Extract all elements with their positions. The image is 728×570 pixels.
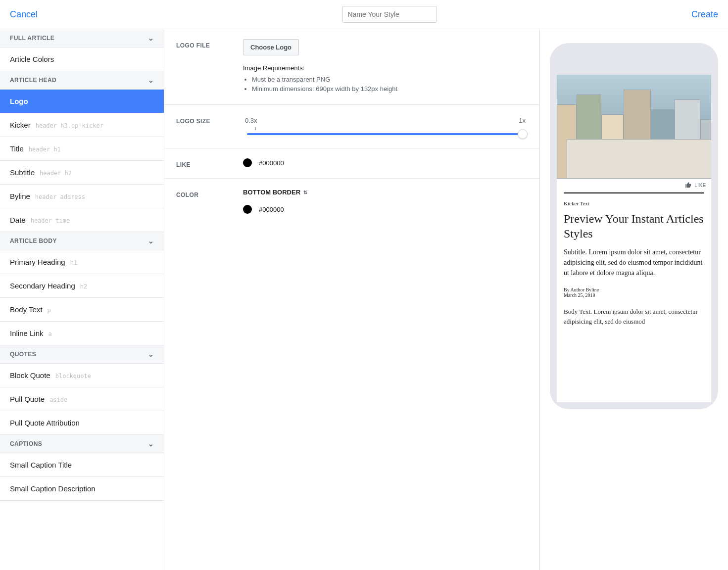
sidebar-item[interactable]: Pull Quote Attribution: [0, 411, 164, 435]
sidebar-item[interactable]: Body Textp: [0, 298, 164, 322]
border-color-hex: #000000: [259, 206, 284, 213]
sidebar-item[interactable]: Pull Quoteaside: [0, 387, 164, 411]
sidebar-item[interactable]: Small Caption Description: [0, 477, 164, 501]
section-title: ARTICLE BODY: [10, 238, 57, 244]
bottom-border-preview: [564, 192, 704, 193]
cancel-button[interactable]: Cancel: [10, 9, 38, 20]
phone-screen: LIKE Kicker Text Preview Your Instant Ar…: [557, 75, 711, 402]
requirement-item: Minimum dimensions: 690px width by 132px…: [252, 85, 528, 93]
border-color-swatch[interactable]: [243, 205, 252, 214]
phone-frame: LIKE Kicker Text Preview Your Instant Ar…: [550, 43, 718, 409]
logo-file-row: LOGO FILE Choose Logo Image Requirements…: [164, 29, 539, 105]
sidebar-item-label: Byline: [10, 192, 30, 200]
chevron-down-icon: ⌄: [148, 76, 154, 84]
slider-max-label: 1x: [519, 117, 526, 124]
logo-size-row: LOGO SIZE 0.3x 1x: [164, 105, 539, 148]
chevron-down-icon: ⌄: [148, 237, 154, 245]
hero-image: [557, 75, 711, 179]
sidebar-item-selector: h2: [80, 283, 87, 290]
style-name-input[interactable]: [342, 6, 437, 23]
create-button[interactable]: Create: [691, 9, 718, 20]
logo-size-slider[interactable]: 0.3x 1x: [243, 117, 528, 135]
sidebar-item-label: Inline Link: [10, 329, 44, 337]
section-header[interactable]: CAPTIONS⌄: [0, 435, 164, 453]
sidebar-item[interactable]: Small Caption Title: [0, 453, 164, 477]
sidebar: FULL ARTICLE⌄Article ColorsARTICLE HEAD⌄…: [0, 29, 164, 570]
sidebar-item-label: Article Colors: [10, 55, 54, 63]
sidebar-item-label: Pull Quote Attribution: [10, 419, 80, 427]
sidebar-item[interactable]: Dateheader time: [0, 208, 164, 232]
requirement-item: Must be a transparent PNG: [252, 76, 528, 83]
image-requirements-list: Must be a transparent PNG Minimum dimens…: [243, 76, 528, 93]
sidebar-item[interactable]: Inline Linka: [0, 322, 164, 345]
sidebar-item[interactable]: Block Quoteblockquote: [0, 364, 164, 387]
like-color-swatch[interactable]: [243, 158, 252, 167]
section-header[interactable]: ARTICLE BODY⌄: [0, 232, 164, 250]
color-row: COLOR BOTTOM BORDER ⇅ #000000: [164, 179, 539, 224]
sidebar-item-selector: header h1: [29, 146, 61, 153]
sidebar-item[interactable]: Primary Headingh1: [0, 250, 164, 274]
sidebar-item[interactable]: Secondary Headingh2: [0, 274, 164, 298]
like-color-hex: #000000: [259, 159, 284, 167]
editor-panel: LOGO FILE Choose Logo Image Requirements…: [164, 29, 540, 570]
sidebar-item-selector: blockquote: [55, 373, 91, 380]
like-label: LIKE: [694, 183, 706, 188]
section-header[interactable]: QUOTES⌄: [0, 345, 164, 364]
sidebar-item-label: Body Text: [10, 305, 43, 314]
sidebar-item-label: Logo: [10, 97, 28, 105]
section-header[interactable]: FULL ARTICLE⌄: [0, 29, 164, 48]
preview-subtitle: Subtitle. Lorem ipsum dolor sit amet, co…: [564, 247, 704, 278]
sidebar-item-label: Block Quote: [10, 371, 50, 380]
sidebar-item-selector: header h3.op-kicker: [36, 122, 103, 129]
preview-pane: LIKE Kicker Text Preview Your Instant Ar…: [540, 29, 728, 570]
sidebar-item-selector: aside: [49, 396, 67, 403]
sidebar-item-selector: header h2: [40, 170, 72, 177]
sidebar-item-label: Secondary Heading: [10, 282, 75, 290]
color-label: COLOR: [176, 189, 243, 214]
image-requirements-title: Image Requirements:: [243, 64, 528, 72]
sidebar-item-selector: a: [49, 331, 52, 337]
like-label: LIKE: [176, 158, 243, 168]
top-bar: Cancel Create: [0, 0, 728, 29]
sidebar-item[interactable]: Titleheader h1: [0, 137, 164, 161]
preview-body: Body Text. Lorem ipsum dolor sit amet, c…: [564, 307, 704, 326]
section-header[interactable]: ARTICLE HEAD⌄: [0, 71, 164, 90]
section-title: FULL ARTICLE: [10, 35, 54, 42]
logo-size-label: LOGO SIZE: [176, 115, 243, 138]
like-color-row: LIKE #000000: [164, 148, 539, 179]
color-target-select[interactable]: BOTTOM BORDER ⇅: [243, 189, 307, 196]
choose-logo-button[interactable]: Choose Logo: [243, 39, 299, 55]
sidebar-item-label: Small Caption Description: [10, 484, 96, 493]
chevron-down-icon: ⌄: [148, 350, 154, 358]
sidebar-item[interactable]: Bylineheader address: [0, 185, 164, 208]
preview-kicker: Kicker Text: [564, 200, 704, 206]
sidebar-item-selector: header address: [35, 193, 85, 200]
sidebar-item-selector: p: [48, 307, 51, 314]
chevron-down-icon: ⌄: [148, 440, 154, 448]
preview-title: Preview Your Instant Articles Styles: [564, 211, 704, 241]
sidebar-item-label: Primary Heading: [10, 258, 65, 266]
slider-min-label: 0.3x: [245, 117, 257, 124]
section-title: CAPTIONS: [10, 440, 42, 447]
sidebar-item-selector: h1: [70, 259, 77, 266]
logo-file-label: LOGO FILE: [176, 39, 243, 95]
section-title: QUOTES: [10, 351, 36, 358]
sort-icon: ⇅: [303, 190, 307, 195]
sidebar-item-label: Pull Quote: [10, 395, 45, 403]
thumbs-up-icon: [684, 182, 692, 189]
sidebar-item[interactable]: Logo: [0, 90, 164, 113]
sidebar-item-label: Small Caption Title: [10, 461, 72, 469]
slider-knob[interactable]: [518, 129, 528, 139]
sidebar-item-label: Kicker: [10, 121, 31, 129]
sidebar-item[interactable]: Subtitleheader h2: [0, 161, 164, 185]
preview-date: March 25, 2018: [564, 292, 704, 298]
color-target-value: BOTTOM BORDER: [243, 189, 300, 196]
sidebar-item-label: Date: [10, 216, 26, 224]
chevron-down-icon: ⌄: [148, 34, 154, 42]
sidebar-item-label: Subtitle: [10, 168, 35, 177]
sidebar-item[interactable]: Kickerheader h3.op-kicker: [0, 113, 164, 137]
preview-byline: By Author Byline: [564, 287, 704, 292]
sidebar-item-selector: header time: [31, 217, 70, 224]
section-title: ARTICLE HEAD: [10, 77, 56, 84]
sidebar-item[interactable]: Article Colors: [0, 48, 164, 71]
